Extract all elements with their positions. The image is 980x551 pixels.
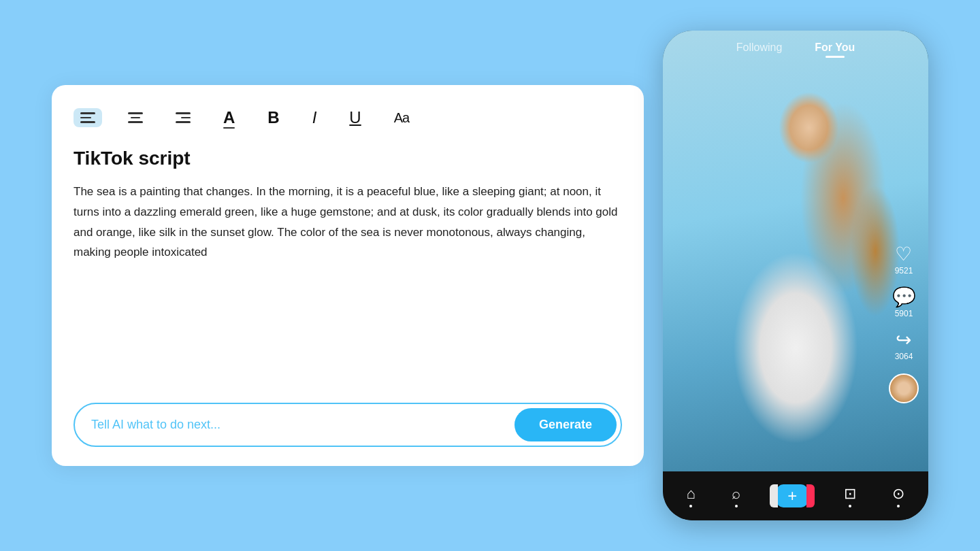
- like-action[interactable]: ♡ 9521: [895, 245, 913, 276]
- comment-icon: 💬: [892, 288, 916, 307]
- like-count: 9521: [895, 266, 913, 276]
- font-size-button[interactable]: Aa: [387, 106, 416, 130]
- editor-panel: A B I U Aa TikTok script The sea is a pa…: [52, 85, 644, 466]
- phone-header: Following For You: [663, 31, 928, 62]
- profile-dot: [897, 505, 900, 507]
- underline-icon: U: [349, 108, 361, 127]
- script-body: The sea is a painting that changes. In t…: [74, 182, 622, 263]
- phone-bottom-nav: ⌂ ⌕ + ⊡ ⊙: [663, 471, 928, 520]
- align-center-button[interactable]: [121, 108, 150, 127]
- toolbar: A B I U Aa: [74, 104, 622, 131]
- home-icon: ⌂: [687, 485, 696, 503]
- phone-actions: ♡ 9521 💬 5901 ↪ 3064: [889, 245, 919, 403]
- ai-input[interactable]: [91, 418, 509, 432]
- generate-button[interactable]: Generate: [514, 408, 617, 441]
- content-area: TikTok script The sea is a painting that…: [74, 148, 622, 386]
- share-icon: ↪: [896, 331, 911, 350]
- search-dot: [735, 505, 738, 507]
- underline-button[interactable]: U: [342, 104, 368, 131]
- align-right-icon: [176, 112, 191, 123]
- phone-mockup: Following For You ♡ 9521 💬 5901 ↪ 3064: [663, 31, 928, 520]
- heart-icon: ♡: [895, 245, 912, 264]
- nav-inbox-button[interactable]: ⊡: [844, 485, 856, 507]
- font-a-icon: A: [223, 110, 235, 126]
- avatar: [889, 373, 919, 403]
- search-icon: ⌕: [732, 485, 740, 503]
- inbox-icon: ⊡: [844, 485, 856, 503]
- comment-action[interactable]: 💬 5901: [892, 288, 916, 318]
- align-left-icon: [80, 112, 95, 123]
- script-title: TikTok script: [74, 148, 622, 169]
- nav-profile-button[interactable]: ⊙: [892, 485, 904, 507]
- share-count: 3064: [895, 352, 913, 361]
- nav-home-button[interactable]: ⌂: [687, 485, 696, 507]
- profile-icon: ⊙: [892, 485, 904, 503]
- italic-icon: I: [312, 108, 317, 127]
- share-action[interactable]: ↪ 3064: [895, 331, 913, 361]
- bold-icon: B: [267, 108, 279, 127]
- align-center-icon: [128, 112, 143, 123]
- main-container: A B I U Aa TikTok script The sea is a pa…: [0, 0, 980, 551]
- ai-input-row: Generate: [74, 403, 622, 447]
- align-right-button[interactable]: [169, 108, 197, 127]
- font-size-icon: Aa: [394, 110, 409, 126]
- profile-action[interactable]: [889, 373, 919, 403]
- align-left-button[interactable]: [74, 108, 102, 127]
- nav-create-button[interactable]: +: [777, 484, 808, 507]
- phone-screen: Following For You ♡ 9521 💬 5901 ↪ 3064: [663, 31, 928, 471]
- nav-search-button[interactable]: ⌕: [732, 485, 740, 507]
- italic-button[interactable]: I: [306, 104, 324, 131]
- bold-button[interactable]: B: [261, 104, 286, 131]
- nav-for-you[interactable]: For You: [815, 41, 855, 54]
- nav-following[interactable]: Following: [736, 41, 783, 54]
- comment-count: 5901: [895, 309, 913, 318]
- font-a-button[interactable]: A: [216, 105, 242, 130]
- plus-icon: +: [787, 486, 797, 505]
- inbox-dot: [849, 505, 851, 507]
- home-dot: [689, 505, 692, 507]
